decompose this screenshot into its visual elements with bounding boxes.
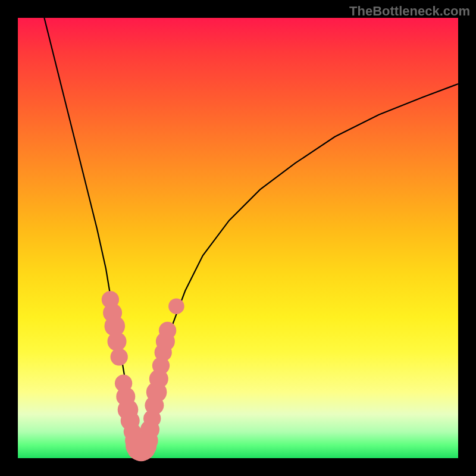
data-marker: [111, 348, 128, 365]
curve-right: [141, 84, 458, 449]
data-marker: [108, 332, 127, 351]
data-marker: [168, 298, 184, 314]
marker-group: [102, 291, 184, 461]
watermark-text: TheBottleneck.com: [349, 4, 470, 19]
data-marker: [159, 322, 176, 339]
plot-area: [18, 18, 458, 458]
chart-container: TheBottleneck.com: [0, 0, 476, 476]
curve-svg: [18, 18, 458, 458]
